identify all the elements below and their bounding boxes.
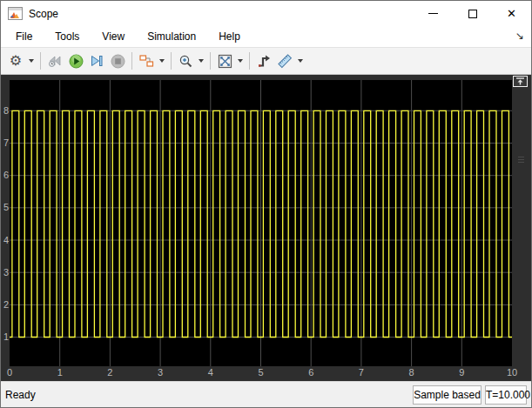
status-sample-mode: Sample based	[413, 385, 481, 405]
settings-dropdown-caret[interactable]	[26, 50, 37, 72]
x-tick-label: 7	[359, 367, 364, 378]
x-tick-label: 8	[409, 367, 414, 378]
y-tick-label: 4	[1, 235, 9, 246]
run-icon[interactable]	[65, 50, 86, 72]
x-tick-label: 4	[208, 367, 213, 378]
title-bar[interactable]: Scope ✕	[1, 1, 531, 26]
y-tick-label: 5	[1, 202, 9, 213]
toolbar-separator	[131, 52, 132, 70]
scope-window: Scope ✕ File Tools View Simulation Help …	[0, 0, 532, 408]
status-sim-time: T=10.000	[485, 385, 527, 405]
zoom-dropdown-caret[interactable]	[196, 50, 206, 72]
menu-help[interactable]: Help	[211, 27, 248, 46]
x-tick-label: 6	[308, 367, 313, 378]
scope-plot[interactable]	[10, 80, 512, 366]
menu-view[interactable]: View	[94, 27, 132, 46]
x-tick-label: 3	[158, 367, 163, 378]
x-tick-label: 2	[107, 367, 112, 378]
y-tick-label: 2	[1, 299, 9, 311]
x-tick-label: 10	[507, 367, 517, 378]
maximize-icon[interactable]	[453, 1, 492, 26]
menu-tools[interactable]: Tools	[47, 27, 87, 46]
toolbar-separator	[171, 52, 172, 70]
stop-icon[interactable]	[107, 50, 128, 72]
menu-bar: File Tools View Simulation Help ↘	[1, 26, 531, 47]
y-tick-label: 1	[1, 331, 9, 343]
toolbar-separator	[210, 52, 211, 70]
status-ready-text: Ready	[5, 389, 36, 401]
zoom-icon[interactable]	[175, 50, 196, 72]
signal-selector-dropdown-caret[interactable]	[157, 50, 167, 72]
y-tick-label: 7	[1, 137, 9, 149]
status-bar: Ready Sample based T=10.000	[1, 381, 531, 407]
panel-grip	[518, 155, 524, 164]
step-back-icon[interactable]	[44, 50, 65, 72]
settings-gear-icon[interactable]: ⚙	[5, 50, 26, 72]
step-forward-icon[interactable]	[86, 50, 107, 72]
toolbar: ⚙	[1, 47, 531, 75]
toolbar-separator	[40, 52, 41, 70]
close-icon[interactable]: ✕	[492, 1, 531, 26]
measurements-dropdown-caret[interactable]	[295, 50, 306, 72]
menu-file[interactable]: File	[8, 27, 40, 46]
menu-simulation[interactable]: Simulation	[139, 27, 204, 46]
signal-selector-blocks-icon[interactable]	[136, 50, 157, 72]
matlab-scope-icon	[8, 7, 23, 20]
y-tick-label: 3	[1, 267, 9, 278]
fit-to-view-icon[interactable]	[214, 50, 235, 72]
x-tick-label: 5	[258, 367, 263, 378]
minimize-icon[interactable]	[414, 1, 453, 26]
waveform-svg	[10, 80, 512, 366]
y-tick-label: 6	[1, 170, 9, 181]
scope-panel: 12345678 012345678910	[1, 75, 531, 381]
x-tick-label: 9	[459, 367, 464, 378]
trigger-icon[interactable]	[253, 50, 274, 72]
fit-to-view-dropdown-caret[interactable]	[235, 50, 246, 72]
measurements-ruler-icon[interactable]	[274, 50, 295, 72]
x-tick-label: 1	[57, 367, 63, 378]
y-tick-label: 8	[1, 105, 9, 117]
expand-axes-icon[interactable]	[513, 76, 528, 87]
dock-arrow-icon[interactable]: ↘	[514, 30, 526, 42]
x-tick-label: 0	[7, 367, 12, 378]
toolbar-separator	[249, 52, 250, 70]
window-title: Scope	[29, 8, 58, 20]
